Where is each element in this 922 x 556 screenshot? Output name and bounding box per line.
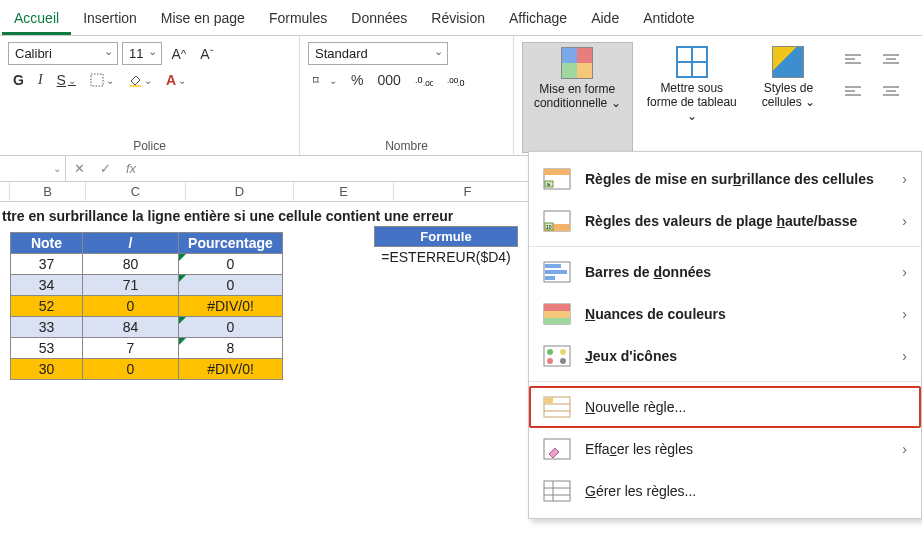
currency-icon: ⌑ — [313, 73, 327, 87]
tab-aide[interactable]: Aide — [579, 4, 631, 35]
cell[interactable]: 53 — [11, 338, 83, 359]
decrease-decimal-button[interactable]: .00.0 — [442, 70, 470, 90]
menu-highlight-rules[interactable]: ≤ Règles de mise en surbrillance des cel… — [529, 158, 921, 200]
number-format-select[interactable]: Standard — [308, 42, 448, 65]
menu-icon-sets[interactable]: Jeux d'icônes › — [529, 335, 921, 377]
cancel-formula-icon[interactable]: ✕ — [66, 161, 92, 176]
col-header-corner[interactable] — [0, 182, 10, 202]
cell[interactable]: 37 — [11, 254, 83, 275]
borders-button[interactable] — [85, 70, 119, 90]
tab-formules[interactable]: Formules — [257, 4, 339, 35]
svg-rect-44 — [544, 439, 570, 459]
col-header-c[interactable]: C — [86, 182, 186, 202]
font-name-select[interactable]: Calibri — [8, 42, 118, 65]
cell[interactable]: 8 — [179, 338, 283, 359]
col-header-b[interactable]: B — [10, 182, 86, 202]
menu-new-rule[interactable]: Nouvelle règle... — [529, 386, 921, 428]
group-label-police: Police — [8, 137, 291, 153]
svg-rect-29 — [545, 270, 567, 274]
col-header-e[interactable]: E — [294, 182, 394, 202]
highlight-rules-icon: ≤ — [543, 168, 571, 190]
align-left-icon[interactable] — [840, 50, 866, 68]
col-header-f[interactable]: F — [394, 182, 542, 202]
chevron-right-icon: › — [902, 306, 907, 322]
tab-affichage[interactable]: Affichage — [497, 4, 579, 35]
svg-text:.0: .0 — [415, 75, 423, 85]
fill-color-button[interactable] — [123, 70, 157, 90]
cell[interactable]: 80 — [83, 254, 179, 275]
cell[interactable]: 34 — [11, 275, 83, 296]
cell[interactable]: #DIV/0! — [179, 359, 283, 380]
percent-button[interactable]: % — [346, 69, 368, 91]
table-row[interactable]: 53 7 8 — [11, 338, 283, 359]
accept-formula-icon[interactable]: ✓ — [92, 161, 118, 176]
align-center2-icon[interactable] — [878, 82, 904, 100]
inc-decimal-icon: .0.00 — [415, 73, 433, 87]
svg-point-37 — [560, 349, 566, 355]
cell-styles-button[interactable]: Styles de cellules ⌄ — [751, 42, 826, 153]
tab-accueil[interactable]: Accueil — [2, 4, 71, 35]
bucket-icon — [128, 73, 142, 87]
table-row[interactable]: 52 0 #DIV/0! — [11, 296, 283, 317]
th-note: Note — [11, 233, 83, 254]
cell[interactable]: 0 — [83, 296, 179, 317]
table-row[interactable]: 34 71 0 — [11, 275, 283, 296]
conditional-formatting-button[interactable]: Mise en forme conditionnelle ⌄ — [522, 42, 633, 153]
color-scales-icon — [543, 303, 571, 325]
tab-insertion[interactable]: Insertion — [71, 4, 149, 35]
group-styles: Mise en forme conditionnelle ⌄ Mettre so… — [514, 36, 922, 155]
conditional-formatting-icon — [561, 47, 593, 79]
format-as-table-button[interactable]: Mettre sous forme de tableau ⌄ — [637, 42, 747, 153]
menu-data-bars[interactable]: Barres de données › — [529, 251, 921, 293]
cell[interactable]: #DIV/0! — [179, 296, 283, 317]
menu-manage-rules[interactable]: Gérer les règles... — [529, 470, 921, 512]
data-bars-icon — [543, 261, 571, 283]
col-header-d[interactable]: D — [186, 182, 294, 202]
table-row[interactable]: 33 84 0 — [11, 317, 283, 338]
cell[interactable]: 84 — [83, 317, 179, 338]
fx-button[interactable]: fx — [118, 161, 144, 176]
format-as-table-icon — [676, 46, 708, 78]
cell[interactable]: 30 — [11, 359, 83, 380]
table-row[interactable]: 37 80 0 — [11, 254, 283, 275]
tab-donnees[interactable]: Données — [339, 4, 419, 35]
svg-rect-30 — [545, 276, 555, 280]
name-box[interactable] — [0, 156, 66, 181]
align-center-icon[interactable] — [878, 50, 904, 68]
ribbon-tabs: Accueil Insertion Mise en page Formules … — [0, 0, 922, 36]
currency-button[interactable]: ⌑ — [308, 70, 342, 90]
increase-decimal-button[interactable]: .0.00 — [410, 70, 438, 90]
cell[interactable]: 52 — [11, 296, 83, 317]
table-row[interactable]: 30 0 #DIV/0! — [11, 359, 283, 380]
conditional-formatting-menu: ≤ Règles de mise en surbrillance des cel… — [528, 151, 922, 519]
chevron-right-icon: › — [902, 441, 907, 457]
underline-button[interactable]: S — [52, 69, 81, 91]
cell[interactable]: 0 — [179, 254, 283, 275]
cell[interactable]: 0 — [179, 317, 283, 338]
cell[interactable]: 33 — [11, 317, 83, 338]
font-color-button[interactable]: A — [161, 69, 191, 91]
align-left2-icon[interactable] — [840, 82, 866, 100]
new-rule-icon — [543, 396, 571, 418]
increase-font-icon[interactable]: A^ — [166, 43, 191, 65]
menu-top-bottom-rules[interactable]: 10 Règles des valeurs de plage haute/bas… — [529, 200, 921, 242]
th-slash: / — [83, 233, 179, 254]
borders-icon — [90, 73, 104, 87]
thousands-button[interactable]: 000 — [372, 69, 405, 91]
bold-button[interactable]: G — [8, 69, 29, 91]
font-size-select[interactable]: 11 — [122, 42, 162, 65]
tab-revision[interactable]: Révision — [419, 4, 497, 35]
cell[interactable]: 7 — [83, 338, 179, 359]
cell-styles-icon — [772, 46, 804, 78]
svg-rect-43 — [545, 398, 553, 403]
decrease-font-icon[interactable]: Aˇ — [195, 43, 218, 65]
tab-mise-en-page[interactable]: Mise en page — [149, 4, 257, 35]
tab-antidote[interactable]: Antidote — [631, 4, 706, 35]
menu-clear-rules[interactable]: Effacer les règles › — [529, 428, 921, 470]
cell[interactable]: 0 — [83, 359, 179, 380]
cell[interactable]: 71 — [83, 275, 179, 296]
italic-button[interactable]: I — [33, 69, 48, 91]
cell[interactable]: 0 — [179, 275, 283, 296]
th-pourcentage: Pourcentage — [179, 233, 283, 254]
menu-color-scales[interactable]: Nuances de couleurs › — [529, 293, 921, 335]
